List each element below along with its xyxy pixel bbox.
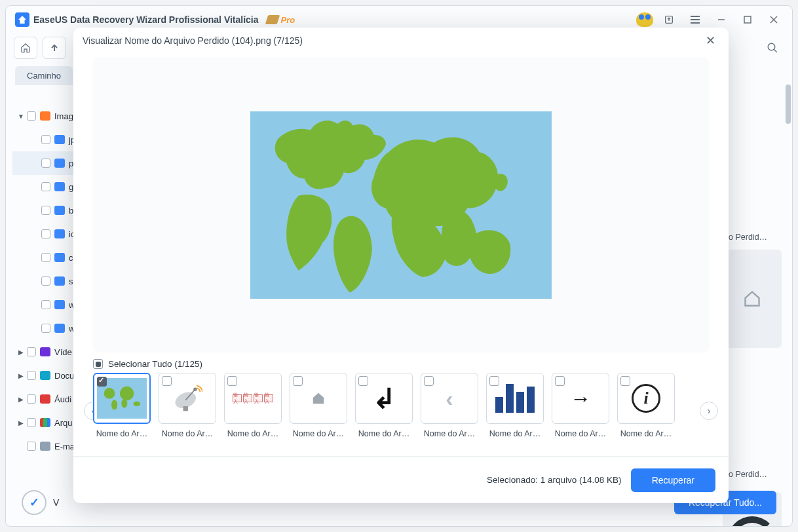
info-icon: i	[632, 384, 660, 413]
close-button[interactable]	[761, 10, 787, 29]
thumbnail-card[interactable]: Nome do Ar…	[290, 373, 347, 438]
home-button[interactable]	[14, 37, 37, 59]
checkbox[interactable]	[27, 442, 36, 451]
world-map-image	[250, 111, 552, 299]
checkbox[interactable]	[41, 206, 50, 215]
menu-button[interactable]	[682, 10, 708, 29]
checkbox[interactable]	[27, 394, 36, 404]
images-icon	[40, 111, 50, 121]
thumbnail-card[interactable]: i Nome do Ar…	[617, 373, 675, 438]
checkbox[interactable]	[41, 253, 50, 262]
checkbox[interactable]	[27, 347, 36, 356]
thumbnail-image[interactable]: →	[552, 373, 609, 424]
sidebar-item-label: Áudi	[54, 394, 71, 404]
thumb-checkbox[interactable]	[489, 376, 499, 386]
thumb-checkbox[interactable]	[293, 376, 303, 386]
checkbox[interactable]	[27, 371, 36, 380]
thumb-checkbox[interactable]	[227, 376, 237, 386]
thumb-checkbox[interactable]	[620, 376, 630, 386]
selection-status: Selecionado: 1 arquivo (14.08 KB)	[487, 475, 622, 485]
folder-icon	[54, 253, 65, 262]
checkbox[interactable]	[41, 135, 50, 144]
home-icon	[311, 391, 326, 406]
checkbox[interactable]	[27, 111, 36, 121]
grid-thumbnail[interactable]	[723, 250, 782, 348]
modal-header: Visualizar Nome do Arquivo Perdido (104)…	[73, 28, 729, 54]
next-button[interactable]: ›	[700, 402, 718, 420]
thumbnail-image[interactable]	[93, 373, 151, 424]
up-button[interactable]	[43, 37, 66, 59]
checkbox[interactable]	[41, 300, 50, 309]
app-title: EaseUS Data Recovery Wizard Profissional…	[33, 14, 259, 25]
pro-badge: Pro	[267, 15, 295, 25]
thumbnail-card[interactable]: ↲ Nome do Ar…	[355, 373, 413, 438]
avatar-icon[interactable]	[636, 12, 653, 27]
status-check-icon: ✓	[22, 490, 47, 515]
share-button[interactable]	[656, 10, 682, 29]
thumb-checkbox[interactable]	[424, 376, 434, 386]
thumbnail-image[interactable]: ‹	[421, 373, 478, 424]
thumbnail-card[interactable]: 输入输入输入输入 Nome do Ar…	[224, 373, 282, 438]
search-button[interactable]	[761, 37, 784, 59]
checkbox[interactable]	[41, 159, 50, 168]
scrollbar-thumb[interactable]	[786, 85, 791, 124]
thumbnail-image[interactable]	[159, 373, 216, 424]
folder-icon	[54, 159, 65, 168]
svg-rect-18	[183, 406, 188, 411]
thumbnail-card[interactable]: → Nome do Ar…	[552, 373, 609, 438]
thumb-label: Nome do Ar…	[224, 429, 282, 438]
select-all-checkbox[interactable]	[93, 359, 103, 369]
checkbox[interactable]	[41, 182, 50, 191]
tags-icon: 输入输入输入输入	[233, 394, 273, 402]
thumbnail-image[interactable]: i	[617, 373, 675, 424]
thumb-label: Nome do Ar…	[290, 429, 347, 438]
caret-right-icon: ▶	[16, 396, 26, 403]
modal-title: Visualizar Nome do Arquivo Perdido (104)…	[83, 35, 303, 46]
maximize-button[interactable]	[734, 10, 761, 29]
thumbnail-image[interactable]	[486, 373, 544, 424]
thumb-label: Nome do Ar…	[355, 429, 413, 438]
thumb-checkbox[interactable]	[358, 376, 368, 386]
circle-icon	[727, 516, 777, 527]
thumb-checkbox[interactable]	[162, 376, 172, 386]
checkbox[interactable]	[41, 324, 50, 333]
recover-button[interactable]: Recuperar	[631, 468, 715, 492]
video-icon	[40, 347, 50, 356]
bar-chart-icon	[495, 384, 535, 413]
select-all-row[interactable]: Selecionar Tudo (1/125)	[73, 352, 729, 373]
checkbox[interactable]	[41, 276, 50, 286]
thumbnail-image[interactable]: ↲	[355, 373, 413, 424]
thumbnail-strip: ‹ › Nome do Ar… Nome do Ar… 输入输入输入输入 Nom…	[73, 373, 729, 438]
svg-point-14	[133, 402, 140, 407]
right-arrow-icon: →	[570, 387, 591, 411]
folder-icon	[54, 206, 65, 215]
thumbnail-card[interactable]: Nome do Ar…	[93, 373, 151, 438]
grid-item-label: ivo Perdid…	[723, 470, 782, 479]
thumbnail-card[interactable]: ‹ Nome do Ar…	[421, 373, 478, 438]
thumb-checkbox[interactable]	[555, 376, 565, 386]
close-icon[interactable]: ✕	[701, 31, 719, 50]
checkbox[interactable]	[27, 418, 36, 427]
tab-path[interactable]: Caminho	[15, 66, 73, 85]
sidebar-item-label: Víde	[54, 347, 72, 357]
svg-point-10	[104, 388, 115, 399]
thumbnail-image[interactable]	[290, 373, 347, 424]
svg-rect-5	[744, 16, 751, 23]
scrollbar[interactable]	[784, 6, 792, 526]
svg-point-11	[120, 387, 134, 400]
select-all-label: Selecionar Tudo (1/125)	[108, 359, 202, 369]
sidebar-item-label: Arqu	[54, 418, 72, 428]
thumb-checkbox[interactable]	[97, 377, 107, 387]
chevron-left-icon: ‹	[446, 386, 453, 411]
document-icon	[40, 371, 50, 380]
checkbox[interactable]	[41, 229, 50, 238]
svg-point-8	[768, 43, 775, 50]
thumbnail-image[interactable]: 输入输入输入输入	[224, 373, 282, 424]
folder-icon	[54, 182, 65, 191]
modal-footer: Selecionado: 1 arquivo (14.08 KB) Recupe…	[73, 456, 729, 503]
folder-icon	[54, 229, 65, 238]
sidebar-item-label: Imag	[54, 111, 73, 121]
thumbnail-card[interactable]: Nome do Ar…	[486, 373, 544, 438]
thumbnail-card[interactable]: Nome do Ar…	[159, 373, 216, 438]
minimize-button[interactable]	[708, 10, 734, 29]
